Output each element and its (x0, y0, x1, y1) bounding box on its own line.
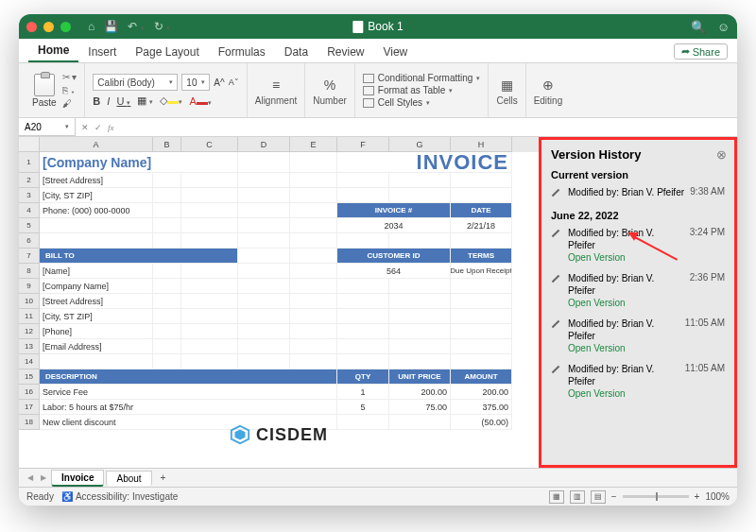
italic-button[interactable]: I (107, 95, 110, 107)
redo-icon[interactable]: ↻ ▾ (154, 20, 170, 33)
cut-icon[interactable]: ✂ ▾ (62, 72, 77, 82)
tab-formulas[interactable]: Formulas (209, 41, 275, 62)
copy-icon[interactable]: ⎘ ▾ (62, 85, 77, 95)
conditional-formatting-button[interactable]: Conditional Formatting ▾ (363, 73, 481, 83)
select-all-corner[interactable] (19, 137, 40, 152)
cells-area[interactable]: [Company Name]INVOICE[Street Address][Ci… (40, 152, 539, 430)
format-as-table-button[interactable]: Format as Table ▾ (363, 85, 481, 95)
version-time: 3:24 PM (690, 227, 725, 237)
row-header[interactable]: 3 (19, 188, 40, 203)
version-item[interactable]: Modified by: Brian V. PfeiferOpen Versio… (551, 360, 725, 405)
share-button[interactable]: ➦ Share (674, 43, 728, 60)
font-name-select[interactable]: Calibri (Body)▾ (93, 74, 178, 91)
version-item[interactable]: Modified by: Brian V. Pfeifer9:38 AM (551, 183, 725, 205)
column-headers: ABCDEFGH (19, 137, 539, 152)
sheet-tab-about[interactable]: About (106, 471, 151, 486)
column-header[interactable]: C (181, 137, 238, 152)
pencil-icon (551, 188, 562, 199)
sheet-nav-next-icon[interactable]: ▶ (38, 473, 49, 482)
tab-data[interactable]: Data (275, 41, 318, 62)
home-icon[interactable]: ⌂ (88, 20, 94, 33)
column-header[interactable]: A (40, 137, 153, 152)
page-break-view-button[interactable]: ▤ (591, 490, 606, 504)
enter-icon[interactable]: ✓ (94, 123, 102, 132)
column-header[interactable]: D (238, 137, 290, 152)
row-header[interactable]: 17 (19, 400, 40, 415)
tab-insert[interactable]: Insert (78, 41, 126, 62)
close-window-button[interactable] (26, 22, 37, 32)
row-header[interactable]: 18 (19, 415, 40, 430)
borders-button[interactable]: ▦ ▾ (137, 94, 153, 107)
version-time: 2:36 PM (690, 272, 725, 283)
open-version-link[interactable]: Open Version (568, 251, 684, 264)
sheet-tab-invoice[interactable]: Invoice (51, 470, 104, 487)
underline-button[interactable]: U ▾ (116, 95, 130, 107)
increase-font-icon[interactable]: A^ (214, 77, 224, 88)
column-header[interactable]: G (389, 137, 451, 152)
tab-home[interactable]: Home (28, 39, 78, 62)
accessibility-status[interactable]: ♿Accessibility: Investigate (61, 491, 178, 502)
share-quick-icon[interactable]: ☺ (717, 20, 730, 34)
row-header[interactable]: 14 (19, 354, 40, 369)
row-header[interactable]: 2 (19, 173, 40, 188)
open-version-link[interactable]: Open Version (568, 297, 684, 309)
font-size-select[interactable]: 10▾ (181, 74, 210, 91)
save-icon[interactable]: 💾 (104, 20, 118, 33)
undo-icon[interactable]: ↶ ▾ (128, 20, 144, 33)
row-header[interactable]: 16 (19, 385, 40, 400)
sheet-nav-prev-icon[interactable]: ◀ (25, 473, 36, 482)
version-item[interactable]: Modified by: Brian V. PfeiferOpen Versio… (551, 315, 725, 360)
tab-page-layout[interactable]: Page Layout (126, 41, 208, 62)
row-header[interactable]: 15 (19, 369, 40, 385)
alignment-group[interactable]: ≡ Alignment (255, 76, 297, 106)
row-header[interactable]: 5 (19, 218, 40, 233)
zoom-slider[interactable] (623, 495, 689, 498)
font-color-button[interactable]: A▾ (189, 95, 211, 107)
row-header[interactable]: 10 (19, 294, 40, 309)
version-author: Modified by: Brian V. Pfeifer (568, 186, 684, 198)
percent-icon: % (320, 76, 339, 94)
row-header[interactable]: 6 (19, 233, 40, 249)
search-icon[interactable]: 🔍 (691, 20, 706, 34)
paste-button[interactable]: Paste (32, 74, 57, 108)
spreadsheet-grid[interactable]: ABCDEFGH 123456789101112131415161718 [Co… (19, 137, 539, 468)
format-painter-icon[interactable]: 🖌 (62, 98, 77, 109)
column-header[interactable]: F (337, 137, 389, 152)
row-header[interactable]: 7 (19, 249, 40, 264)
version-item[interactable]: Modified by: Brian V. PfeiferOpen Versio… (551, 269, 725, 315)
tab-review[interactable]: Review (318, 41, 373, 62)
zoom-level[interactable]: 100% (705, 491, 730, 502)
row-header[interactable]: 1 (19, 152, 40, 173)
column-header[interactable]: B (153, 137, 181, 152)
close-panel-icon[interactable]: ⊗ (716, 147, 727, 162)
fx-icon[interactable]: fx (108, 123, 114, 132)
row-header[interactable]: 12 (19, 324, 40, 339)
bold-button[interactable]: B (93, 95, 100, 107)
name-box[interactable]: A20▾ (19, 118, 76, 136)
page-layout-view-button[interactable]: ▥ (570, 490, 585, 504)
row-header[interactable]: 8 (19, 264, 40, 279)
zoom-in-button[interactable]: + (695, 491, 700, 502)
add-sheet-button[interactable]: + (154, 471, 173, 485)
row-header[interactable]: 11 (19, 309, 40, 324)
number-group[interactable]: % Number (313, 76, 347, 106)
column-header[interactable]: H (451, 137, 512, 152)
cancel-icon[interactable]: ✕ (81, 123, 89, 132)
row-header[interactable]: 4 (19, 203, 40, 218)
row-header[interactable]: 9 (19, 279, 40, 294)
zoom-out-button[interactable]: − (611, 491, 617, 502)
open-version-link[interactable]: Open Version (568, 342, 679, 354)
row-header[interactable]: 13 (19, 339, 40, 354)
fill-color-button[interactable]: ◇▾ (160, 94, 182, 107)
normal-view-button[interactable]: ▦ (549, 490, 564, 504)
open-version-link[interactable]: Open Version (568, 387, 679, 400)
zoom-window-button[interactable] (60, 22, 71, 32)
cell-styles-button[interactable]: Cell Styles ▾ (363, 97, 481, 108)
decrease-font-icon[interactable]: A˅ (229, 77, 239, 87)
minimize-window-button[interactable] (43, 22, 54, 32)
version-item[interactable]: Modified by: Brian V. PfeiferOpen Versio… (551, 224, 725, 269)
column-header[interactable]: E (290, 137, 337, 152)
editing-group[interactable]: ⊕ Editing (534, 76, 563, 106)
cells-group[interactable]: ▦ Cells (496, 76, 517, 106)
tab-view[interactable]: View (373, 41, 417, 62)
